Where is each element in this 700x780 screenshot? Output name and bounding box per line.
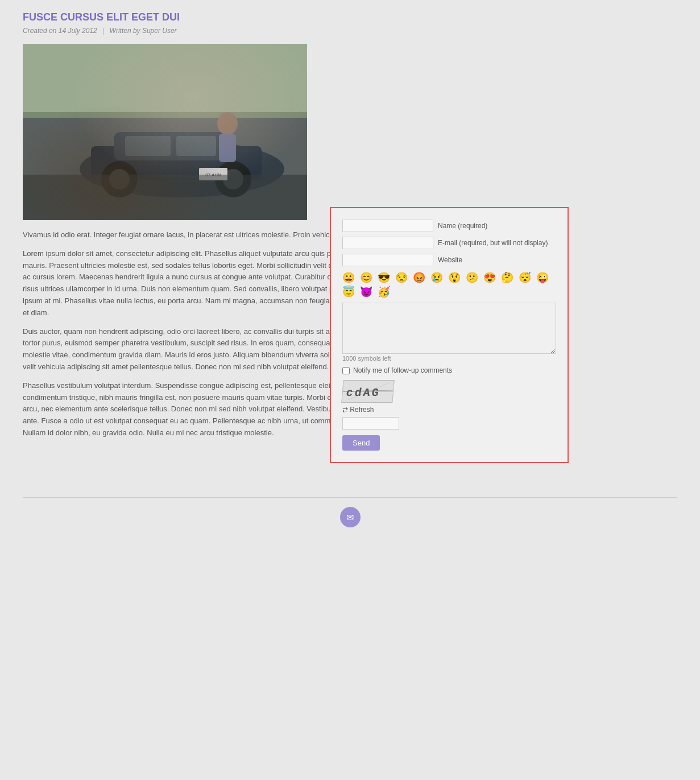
emoji-14[interactable]: 😈 xyxy=(360,286,374,298)
svg-rect-15 xyxy=(199,168,227,180)
notify-label: Notify me of follow-up comments xyxy=(353,366,452,374)
emoji-2[interactable]: 😊 xyxy=(360,272,374,283)
emoji-13[interactable]: 😇 xyxy=(342,286,356,298)
image-and-text: 07 AHN Vivamus id odio erat. Integer feu… xyxy=(23,44,546,463)
emoji-15[interactable]: 🥳 xyxy=(378,286,391,298)
svg-point-4 xyxy=(80,141,284,197)
notify-checkbox[interactable] xyxy=(342,367,350,374)
article-image: 07 AHN xyxy=(23,44,307,220)
emoji-4[interactable]: 😒 xyxy=(395,272,409,283)
website-input[interactable] xyxy=(342,254,433,266)
emoji-10[interactable]: 🤔 xyxy=(501,272,515,283)
svg-point-9 xyxy=(101,161,138,197)
send-button[interactable]: Send xyxy=(342,435,380,451)
svg-rect-5 xyxy=(91,146,262,180)
emoji-3[interactable]: 😎 xyxy=(378,272,391,283)
svg-text:07 AHN: 07 AHN xyxy=(205,172,221,178)
email-label: E-mail (required, but will not display) xyxy=(438,239,548,247)
notify-row: Notify me of follow-up comments xyxy=(342,366,556,374)
email-icon: ✉ xyxy=(340,507,361,527)
website-row: Website xyxy=(342,254,556,266)
email-input[interactable] xyxy=(342,237,433,249)
captcha-input[interactable] xyxy=(342,417,399,430)
meta-separator: | xyxy=(102,27,104,35)
refresh-link[interactable]: ⇄ Refresh xyxy=(342,406,374,414)
svg-rect-1 xyxy=(23,118,307,220)
name-input[interactable] xyxy=(342,220,433,232)
emoji-8[interactable]: 😕 xyxy=(466,272,479,283)
emoji-7[interactable]: 😲 xyxy=(448,272,462,283)
author: Written by Super User xyxy=(110,27,177,35)
page-title: FUSCE CURSUS ELIT EGET DUI xyxy=(23,11,546,23)
emoji-12[interactable]: 😜 xyxy=(536,272,550,283)
emoji-6[interactable]: 😢 xyxy=(430,272,444,283)
emoji-1[interactable]: 😀 xyxy=(342,272,356,283)
emoji-5[interactable]: 😡 xyxy=(413,272,426,283)
emojis-row: 😀 😊 😎 😒 😡 😢 😲 😕 😍 🤔 😴 😜 😇 😈 🥳 xyxy=(342,271,556,299)
svg-rect-0 xyxy=(23,44,307,220)
article-image-svg: 07 AHN xyxy=(23,44,307,220)
svg-point-11 xyxy=(215,161,251,197)
svg-point-12 xyxy=(223,169,243,189)
symbols-left: 1000 symbols left xyxy=(342,355,556,362)
emoji-9[interactable]: 😍 xyxy=(483,272,497,283)
created-date: Created on 14 July 2012 xyxy=(23,27,97,35)
svg-point-10 xyxy=(109,169,130,189)
captcha-svg: cdAG xyxy=(342,380,394,403)
captcha-image: cdAG xyxy=(341,380,394,403)
emoji-11[interactable]: 😴 xyxy=(519,272,532,283)
article-meta: Created on 14 July 2012 | Written by Sup… xyxy=(23,27,546,35)
svg-rect-8 xyxy=(176,136,216,156)
email-row: E-mail (required, but will not display) xyxy=(342,237,556,249)
name-row: Name (required) xyxy=(342,220,556,232)
svg-text:cdAG: cdAG xyxy=(345,386,382,399)
svg-rect-14 xyxy=(219,134,236,162)
svg-rect-7 xyxy=(125,136,171,156)
name-label: Name (required) xyxy=(438,222,487,230)
captcha-section: cdAG ⇄ Refresh xyxy=(342,380,556,430)
svg-rect-6 xyxy=(114,132,227,160)
svg-point-13 xyxy=(217,112,238,135)
svg-rect-18 xyxy=(342,380,394,403)
svg-rect-3 xyxy=(23,175,307,220)
comment-form: Name (required) E-mail (required, but wi… xyxy=(330,207,569,463)
page-footer: ✉ xyxy=(23,497,677,527)
svg-rect-17 xyxy=(23,175,307,220)
svg-rect-2 xyxy=(23,44,307,112)
comment-textarea[interactable] xyxy=(342,303,556,354)
website-label: Website xyxy=(438,256,462,264)
